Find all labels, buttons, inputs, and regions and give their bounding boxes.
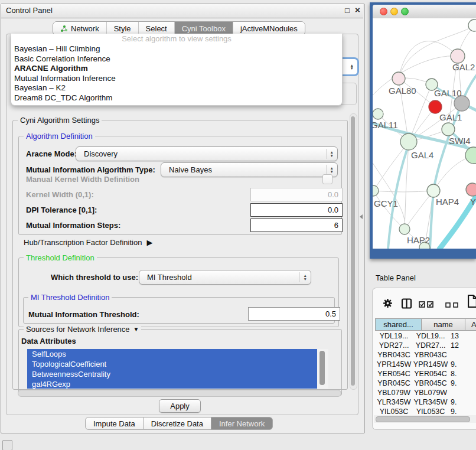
mi-steps-field[interactable]: 6 (250, 219, 343, 232)
algorithm-option-bayesian-hill-climbing[interactable]: Bayesian – Hill Climbing (11, 44, 342, 54)
table-cell[interactable] (448, 350, 476, 360)
table-cell[interactable]: 9. (448, 360, 476, 369)
tab-cyni-toolbox[interactable]: Cyni Toolbox (174, 22, 233, 35)
attribute-item-betweennesscentrality[interactable]: BetweennessCentrality (27, 369, 317, 379)
splitter-collapse-icon[interactable] (360, 214, 363, 219)
tab-select[interactable]: Select (138, 22, 174, 35)
network-node-gal4[interactable] (400, 133, 417, 150)
table-cell[interactable]: 9. (448, 407, 476, 415)
table-cell[interactable]: 12 (448, 341, 476, 350)
combobox-stepper-icon: ▲▼ (347, 61, 357, 72)
tab-infer-network[interactable]: Infer Network (211, 417, 273, 430)
table-cell[interactable]: YLR345W (375, 397, 413, 407)
settings-scrollbar-thumb[interactable] (351, 116, 355, 386)
table-cell[interactable]: 9. (448, 397, 476, 407)
network-node-gcy1[interactable] (373, 185, 379, 196)
table-cell[interactable]: YDR27... (375, 341, 413, 350)
network-canvas[interactable]: GAL2GAL80GAL10GAL1GAL11GAL4SWI4GCY1HAP4Y… (373, 18, 476, 249)
attribute-item-gal4rgexp[interactable]: gal4RGexp (27, 379, 317, 389)
data-attributes-list[interactable]: SelfLoopsTopologicalCoefficientBetweenne… (27, 349, 317, 389)
table-cell[interactable]: YBR043C (413, 350, 448, 360)
import-table-icon[interactable] (467, 294, 476, 311)
table-cell[interactable]: YBR045C (413, 379, 448, 388)
close-panel-icon[interactable]: × (355, 6, 360, 14)
table-row: YDR27...YDR27...12 (375, 341, 476, 350)
tab-discretize-data[interactable]: Discretize Data (144, 417, 211, 430)
network-node-swi4[interactable] (465, 147, 476, 164)
table-cell[interactable]: YER054C (375, 369, 413, 379)
column-header-name[interactable]: name (422, 318, 465, 331)
deselect-columns-icon[interactable] (445, 302, 458, 308)
settings-hscrollbar[interactable] (18, 390, 341, 397)
minimized-panel-icon[interactable] (2, 440, 12, 450)
kernel-width-field[interactable]: 0.0 (250, 188, 343, 201)
dpi-tolerance-label: DPI Tolerance [0,1]: (26, 206, 97, 214)
tab-impute-data[interactable]: Impute Data (85, 417, 144, 430)
table-cell[interactable]: YLR345W (413, 397, 448, 407)
float-panel-icon[interactable]: □ (345, 6, 350, 15)
table-cell[interactable]: YPR145W (413, 360, 448, 369)
table-hscrollbar[interactable] (374, 415, 476, 423)
manual-kernel-width-checkbox[interactable] (322, 174, 332, 184)
mi-threshold-label: Mutual Information Threshold: (28, 310, 139, 319)
mi-algorithm-type-select[interactable]: Naive Bayes ▲▼ (161, 162, 338, 177)
table-cell[interactable]: YPR145W (375, 360, 413, 369)
hub-definition-expander[interactable]: Hub/Transcription Factor Definition ▶ (24, 238, 152, 247)
table-cell[interactable]: YDL19... (413, 331, 448, 341)
network-node-gal1[interactable] (442, 123, 455, 136)
network-node-gal80[interactable] (392, 72, 405, 85)
table-cell[interactable]: YBL079W (375, 388, 413, 397)
algorithm-option-aracne-algorithm[interactable]: ARACNE Algorithm (11, 64, 342, 74)
control-panel-titlebar[interactable] (1, 4, 363, 18)
mi-threshold-field[interactable]: 0.5 (248, 307, 340, 321)
table-row: YER054CYER054C8. (375, 369, 476, 379)
tab-network[interactable]: Network (53, 22, 106, 35)
table-cell[interactable]: YIL053C (413, 407, 448, 415)
network-node-y[interactable] (466, 183, 476, 196)
table-cell[interactable]: YBR045C (375, 379, 413, 388)
algorithm-option-basic-correlation-inference[interactable]: Basic Correlation Inference (11, 54, 342, 64)
columns-icon[interactable] (401, 298, 412, 311)
attribute-item-selfloops[interactable]: SelfLoops (27, 349, 317, 359)
sources-group-title[interactable]: Sources for Network Inference ▼ (24, 325, 141, 334)
tab-style[interactable]: Style (106, 22, 138, 35)
table-cell[interactable]: 9. (448, 379, 476, 388)
column-header-shared[interactable]: shared... (375, 318, 422, 331)
close-window-icon[interactable] (380, 8, 387, 15)
network-node[interactable] (429, 100, 442, 113)
node-label: GAL80 (389, 86, 416, 96)
tab-jactivemnodules[interactable]: jActiveMNodules (233, 22, 305, 35)
network-node-hap2[interactable] (399, 224, 410, 234)
attributes-scrollbar[interactable] (317, 349, 328, 389)
table-cell[interactable]: YER054C (413, 369, 448, 379)
which-threshold-select[interactable]: MI Threshold ▲▼ (139, 270, 311, 285)
table-cell[interactable]: YBR043C (375, 350, 413, 360)
table-cell[interactable]: YDR27... (413, 341, 448, 350)
column-header-a[interactable]: A (465, 318, 476, 331)
algorithm-option-dream8-dc-tdc-algorithm[interactable]: Dream8 DC_TDC Algorithm (11, 93, 342, 103)
select-all-columns-icon[interactable] (419, 301, 433, 308)
network-node[interactable] (468, 19, 476, 31)
attribute-item-topologicalcoefficient[interactable]: TopologicalCoefficient (27, 359, 317, 369)
settings-scrollbar[interactable] (350, 113, 357, 390)
attributes-scrollbar-thumb[interactable] (319, 351, 325, 385)
algorithm-option-bayesian-k2[interactable]: Bayesian – K2 (11, 83, 342, 93)
apply-button[interactable]: Apply (159, 399, 201, 413)
minimize-window-icon[interactable] (390, 8, 398, 15)
table-cell[interactable]: 8. (448, 369, 476, 379)
table-cell[interactable]: YBL079W (413, 388, 448, 397)
network-window-titlebar[interactable] (373, 5, 476, 19)
table-cell[interactable]: 13 (448, 331, 476, 341)
aracne-mode-select[interactable]: Discovery ▲▼ (76, 146, 338, 161)
algorithm-option-mutual-information-inference[interactable]: Mutual Information Inference (11, 74, 342, 84)
network-node-gal2[interactable] (451, 49, 465, 63)
network-node-hap4[interactable] (427, 184, 440, 197)
network-node-gal11[interactable] (373, 109, 383, 119)
table-cell[interactable]: YDL19... (375, 331, 413, 341)
dpi-tolerance-field[interactable]: 0.0 (250, 203, 343, 217)
table-hscrollbar-thumb[interactable] (376, 416, 470, 422)
table-cell[interactable]: YIL053C (375, 407, 413, 415)
table-cell[interactable] (448, 388, 476, 397)
zoom-window-icon[interactable] (401, 8, 409, 15)
gear-icon[interactable] (383, 298, 393, 311)
